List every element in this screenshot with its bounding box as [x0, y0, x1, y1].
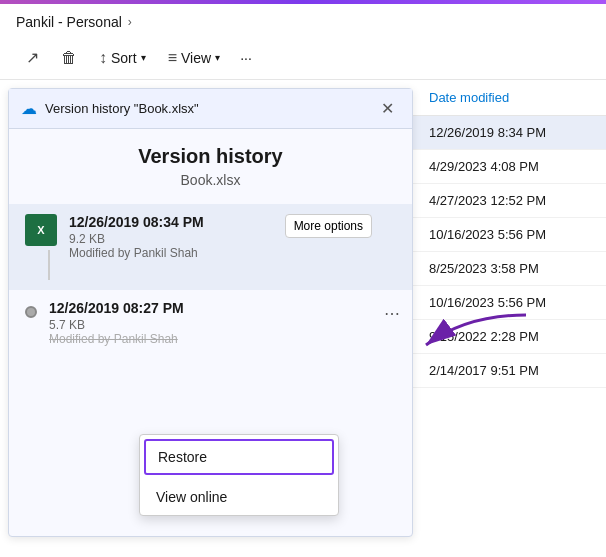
version-history-panel: ☁ Version history "Book.xlsx" ✕ Version …: [8, 88, 413, 537]
view-button[interactable]: ≡ View ▾: [158, 43, 230, 73]
version-2-info: 12/26/2019 08:27 PM 5.7 KB Modified by P…: [49, 300, 396, 346]
dot-icon-2: [25, 306, 37, 318]
sort-icon: ↕: [99, 49, 107, 67]
file-list-item-1: 4/29/2023 4:08 PM: [413, 150, 606, 184]
more-options-toolbar-button[interactable]: ···: [232, 44, 260, 72]
more-icon: ···: [240, 50, 252, 66]
more-options-button-1[interactable]: More options: [285, 214, 372, 238]
panel-close-button[interactable]: ✕: [375, 97, 400, 120]
share-icon: ↗: [26, 48, 39, 67]
view-chevron-icon: ▾: [215, 52, 220, 63]
file-list-item-4: 8/25/2023 3:58 PM: [413, 252, 606, 286]
panel-title: Version history: [21, 145, 400, 168]
breadcrumb-chevron-icon: ›: [128, 15, 132, 29]
view-label: View: [181, 50, 211, 66]
file-list-item-0: 12/26/2019 8:34 PM: [413, 116, 606, 150]
sort-chevron-icon: ▾: [141, 52, 146, 63]
purple-arrow-annotation: [396, 310, 536, 369]
version-entry-2: 12/26/2019 08:27 PM 5.7 KB Modified by P…: [9, 290, 412, 356]
version-2-icon-area: [25, 300, 37, 318]
file-list-item-2: 4/27/2023 12:52 PM: [413, 184, 606, 218]
excel-icon-1: X: [25, 214, 57, 246]
cloud-icon: ☁: [21, 99, 37, 118]
breadcrumb: Pankil - Personal ›: [0, 4, 606, 36]
file-list: Date modified 12/26/2019 8:34 PM 4/29/20…: [413, 80, 606, 537]
panel-header: ☁ Version history "Book.xlsx" ✕: [9, 89, 412, 129]
context-menu: Restore View online: [139, 434, 339, 516]
delete-button[interactable]: 🗑: [51, 43, 87, 73]
version-2-date: 12/26/2019 08:27 PM: [49, 300, 396, 316]
panel-header-left: ☁ Version history "Book.xlsx": [21, 99, 199, 118]
panel-filename: Book.xlsx: [21, 172, 400, 188]
file-list-item-3: 10/16/2023 5:56 PM: [413, 218, 606, 252]
version-2-size: 5.7 KB: [49, 318, 396, 332]
version-line-1: [48, 250, 50, 280]
file-list-header: Date modified: [413, 80, 606, 116]
share-button[interactable]: ↗: [16, 42, 49, 73]
breadcrumb-path: Pankil - Personal: [16, 14, 122, 30]
close-icon: ✕: [381, 100, 394, 117]
version-2-author: Modified by Pankil Shah: [49, 332, 396, 346]
version-1-author: Modified by Pankil Shah: [69, 246, 396, 260]
delete-icon: 🗑: [61, 49, 77, 67]
sort-button[interactable]: ↕ Sort ▾: [89, 43, 156, 73]
main-area: ☁ Version history "Book.xlsx" ✕ Version …: [0, 80, 606, 537]
panel-header-title: Version history "Book.xlsx": [45, 101, 199, 116]
toolbar: ↗ 🗑 ↕ Sort ▾ ≡ View ▾ ···: [0, 36, 606, 80]
sort-label: Sort: [111, 50, 137, 66]
context-menu-view-online[interactable]: View online: [140, 479, 338, 515]
version-1-icon-area: X: [25, 214, 57, 280]
panel-title-area: Version history Book.xlsx: [9, 129, 412, 196]
version-entry-1: X 12/26/2019 08:34 PM 9.2 KB Modified by…: [9, 204, 412, 290]
version-list: X 12/26/2019 08:34 PM 9.2 KB Modified by…: [9, 196, 412, 364]
context-menu-restore[interactable]: Restore: [144, 439, 334, 475]
view-icon: ≡: [168, 49, 177, 67]
